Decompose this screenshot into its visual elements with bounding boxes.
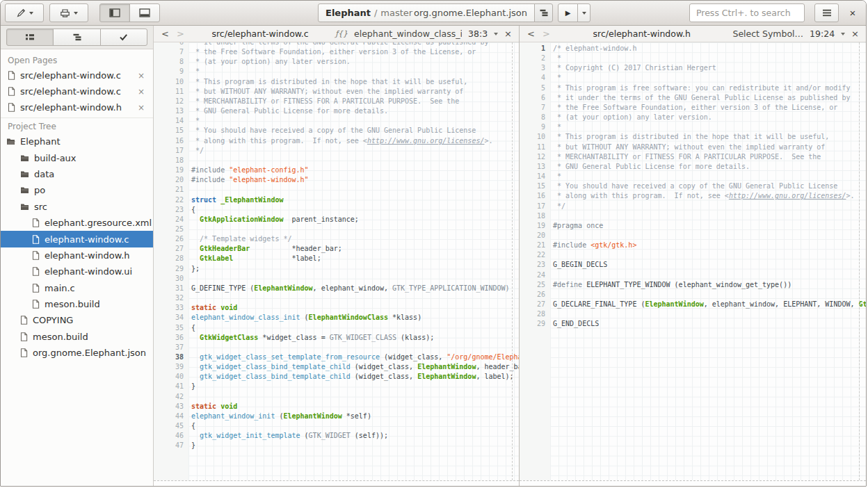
tree-item[interactable]: elephant-window.ui [1,263,153,279]
tree-item[interactable]: Elephant [1,133,153,149]
code-editor[interactable]: 1234567891011121314151617181920212223242… [520,42,866,486]
line-number: 37 [154,343,184,352]
open-page-item[interactable]: src/elephant-window.c× [1,67,153,83]
code-line: /* Template widgets */ [191,234,519,244]
line-number-gutter: 6789101112131415161718192021222324252627… [154,42,188,480]
nav-back-button[interactable]: < [527,29,536,38]
nav-forward-button[interactable]: > [176,29,185,38]
run-button-group: ▶ [558,3,590,22]
tree-item-label: COPYING [33,315,73,325]
code-line: * but WITHOUT ANY WARRANTY; without even… [553,143,866,152]
code-line: * [553,122,866,132]
device-selector-button[interactable] [49,3,88,22]
line-number: 26 [154,234,184,244]
close-page-button[interactable]: × [136,71,146,81]
run-options-button[interactable] [577,3,590,22]
nav-forward-button[interactable]: > [542,29,551,38]
tree-item-label: build-aux [34,153,77,163]
tree-item[interactable]: meson.build [1,296,153,312]
code-line: static void [191,303,519,313]
toggle-left-panel-button[interactable] [99,3,130,22]
file-icon [8,87,15,96]
editor-close-button[interactable]: × [851,29,859,38]
tree-item[interactable]: elephant-window.h [1,247,153,263]
tree-item[interactable]: COPYING [1,312,153,328]
code-area: /* elephant-window.h * * Copyright (C) 2… [550,42,866,480]
line-number: 20 [520,231,545,241]
code-line [553,309,866,319]
line-number: 10 [154,77,184,87]
code-line: * it under the terms of the GNU General … [191,42,519,47]
close-page-button[interactable]: × [136,103,146,113]
folder-icon [20,170,29,178]
line-number: 19 [520,221,545,231]
line-number: 19 [154,165,184,175]
file-icon [32,300,40,309]
tab-project-tree[interactable] [53,29,100,46]
run-button[interactable]: ▶ [558,3,578,22]
folder-icon [20,154,29,162]
code-line: * MERCHANTABILITY or FITNESS FOR A PARTI… [191,97,519,106]
line-number: 6 [154,42,184,47]
cursor-position: 19:24 [810,29,835,39]
window-close-button[interactable]: × [844,3,862,22]
line-number: 18 [154,156,184,165]
tree-item[interactable]: elephant.gresource.xml [1,215,153,231]
chevron-down-icon [29,12,33,15]
code-line: static void [191,402,519,412]
search-input[interactable] [689,3,805,22]
line-number: 10 [520,132,545,142]
editor-close-button[interactable]: × [504,29,512,38]
open-page-item[interactable]: src/elephant-window.h× [1,99,153,115]
code-line: * it under the terms of the GNU General … [553,93,866,103]
line-number: 38 [154,352,184,362]
tree-item[interactable]: data [1,166,153,182]
line-number: 8 [520,113,545,122]
tree-item[interactable]: main.c [1,280,153,296]
toggle-bottom-panel-button[interactable] [129,3,160,22]
omnibar-separator: / [374,8,377,18]
symbol-selector[interactable]: elephant_window_class_i… [354,29,462,39]
build-button[interactable] [534,3,553,22]
code-line: #include "elephant-config.h" [191,165,519,175]
line-number: 29 [520,319,545,329]
code-editor[interactable]: 6789101112131415161718192021222324252627… [154,42,519,486]
tree-item[interactable]: po [1,182,153,198]
line-number: 14 [154,116,184,126]
omnibar[interactable]: Elephant / master org.gnome.Elephant.jso… [318,3,535,22]
menu-button[interactable] [814,3,839,22]
tree-item[interactable]: elephant-window.c [1,231,153,247]
project-name: Elephant [326,8,371,18]
tree-item[interactable]: src [1,199,153,215]
editor-options-button[interactable] [494,33,498,35]
nav-back-button[interactable]: < [161,29,170,38]
line-number: 29 [154,264,184,274]
tree-item[interactable]: meson.build [1,329,153,345]
tab-pages[interactable] [6,29,54,46]
code-line: #pragma once [553,221,866,231]
open-page-label: src/elephant-window.c [20,86,121,97]
tree-item[interactable]: build-aux [1,149,153,165]
code-line: } [191,382,519,391]
line-number: 32 [154,293,184,303]
line-number: 25 [154,225,184,234]
editor-options-button[interactable] [841,33,845,35]
code-line [191,225,519,234]
editor-mode-button[interactable] [5,3,44,22]
line-number: 12 [520,152,545,162]
editor-header: < > src/elephant-window.h Select Symbol…… [520,26,866,42]
line-number: 34 [154,313,184,323]
file-icon [20,348,28,357]
close-page-button[interactable]: × [136,87,146,97]
line-number: 36 [154,333,184,343]
symbol-selector[interactable]: Select Symbol… [732,29,803,39]
tree-item[interactable]: org.gnome.Elephant.json [1,345,153,361]
code-line [553,250,866,260]
open-page-item[interactable]: src/elephant-window.c× [1,83,153,99]
code-line: * the Free Software Foundation, either v… [191,47,519,57]
code-line [553,231,866,241]
line-number: 5 [520,83,545,93]
folder-open-icon [6,138,15,145]
checkmark-icon [119,33,128,41]
tab-todo[interactable] [100,29,147,46]
